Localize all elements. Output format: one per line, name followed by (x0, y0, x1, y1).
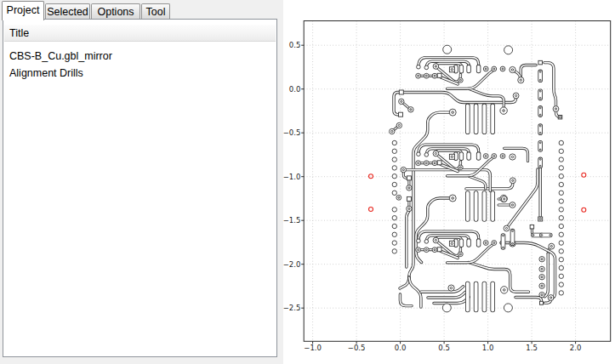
tab-selected[interactable]: Selected (45, 3, 90, 20)
y-tick-label: 0.5 (289, 41, 301, 49)
x-tick-label: 0.5 (438, 344, 450, 352)
gerber-cluster (416, 231, 515, 263)
tab-project[interactable]: Project (2, 1, 44, 20)
x-tick-label: 0.0 (395, 344, 407, 352)
gerber-cluster (416, 145, 515, 176)
figure-background[interactable] (283, 0, 615, 364)
x-tick-label: 2.0 (570, 344, 582, 352)
gerber-artwork (390, 45, 564, 312)
tab-pane: Title CBS-B_Cu.gbl_mirrorAlignment Drill… (3, 19, 277, 357)
x-tick-label: −0.5 (348, 344, 366, 352)
x-tick-label: 1.0 (482, 344, 494, 352)
project-panel: ProjectSelectedOptionsTool Title CBS-B_C… (0, 0, 283, 364)
tree-item[interactable]: CBS-B_Cu.gbl_mirror (4, 48, 276, 65)
tree-header-title[interactable]: Title (4, 25, 276, 42)
gerber-cluster (416, 58, 515, 89)
y-tick-label: −0.5 (283, 128, 301, 137)
tab-options[interactable]: Options (91, 3, 140, 20)
project-tree[interactable]: Title CBS-B_Cu.gbl_mirrorAlignment Drill… (4, 20, 276, 355)
x-tick-label: 1.5 (526, 344, 538, 352)
x-tick-label: −1.0 (304, 344, 322, 352)
y-tick-label: −1.0 (283, 173, 301, 181)
tab-tool[interactable]: Tool (141, 3, 170, 20)
alignment-drills (369, 173, 586, 212)
y-tick-label: −2.5 (283, 304, 301, 312)
y-tick-label: −1.5 (283, 216, 301, 225)
y-tick-label: −2.0 (283, 260, 301, 269)
y-tick-label: 0.0 (289, 85, 301, 94)
tree-item[interactable]: Alignment Drills (4, 65, 276, 82)
plot-grid (304, 21, 611, 342)
plot-axes: −1.0−0.50.00.51.01.52.00.50.0−0.5−1.0−1.… (283, 21, 611, 353)
